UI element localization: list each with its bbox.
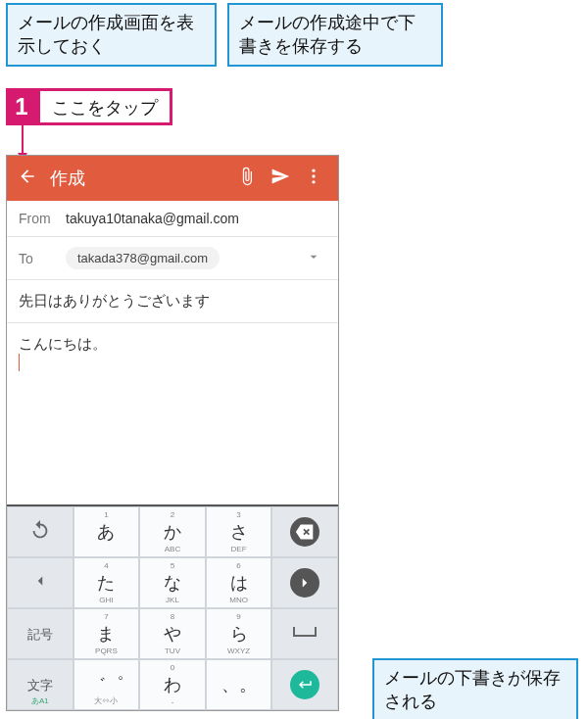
callout-top-right: メールの作成途中で下書きを保存する (227, 3, 443, 67)
svg-point-0 (312, 168, 315, 171)
key-main-label: た (97, 574, 115, 592)
key-sub-label: ABC (165, 545, 180, 553)
key-あ[interactable]: 1あ (74, 506, 140, 557)
key-bksp[interactable] (271, 506, 338, 557)
key-main-label: さ (230, 523, 248, 541)
callout-top-left: メールの作成画面を表示しておく (6, 3, 217, 67)
more-vert-icon (304, 167, 323, 186)
key-た[interactable]: 4たGHI (74, 557, 140, 608)
key-top-label: 0 (171, 663, 174, 672)
key-main-label: ま (97, 625, 115, 643)
phone-frame: 作成 From takuya10tanaka@gmail.com To taka… (6, 155, 339, 711)
key-sub-label: あA1 (31, 695, 49, 706)
key-sub-label: DEF (231, 545, 247, 553)
callout-bottom-right: メールの下書きが保存される (372, 658, 578, 719)
key-enter[interactable] (271, 659, 338, 710)
step-label: ここをタップ (37, 88, 172, 125)
key-main-label: 記号 (27, 628, 53, 641)
key-top-label: 4 (104, 561, 108, 570)
subject-field[interactable]: 先日はありがとうございます (7, 280, 338, 323)
key-space[interactable] (271, 608, 338, 659)
key-main-label: な (164, 574, 181, 592)
expand-recipients-button[interactable] (301, 249, 326, 267)
bksp-icon (290, 517, 319, 547)
key-、。[interactable]: 、。 (206, 659, 272, 710)
key-や[interactable]: 8やTUV (139, 608, 206, 659)
key-sub-label: WXYZ (227, 647, 250, 655)
key-top-label: 3 (236, 510, 240, 519)
to-row[interactable]: To takada378@gmail.com (7, 237, 338, 280)
key-sub-label: GHI (99, 596, 113, 604)
key-sub-label: TUV (165, 647, 180, 655)
arrow-left-icon (18, 167, 37, 186)
to-value: takada378@gmail.com (66, 247, 301, 269)
key-記号[interactable]: 記号 (7, 608, 74, 659)
key-top-label: 2 (171, 510, 174, 519)
key-さ[interactable]: 3さDEF (206, 506, 272, 557)
soft-keyboard: 1あ2かABC3さDEF4たGHI5なJKL6はMNO記号7まPQRS8やTUV… (7, 504, 338, 710)
right-icon (290, 568, 319, 598)
key-sub-label: MNO (229, 596, 248, 604)
key-ま[interactable]: 7まPQRS (74, 608, 140, 659)
key-top-label: 5 (171, 561, 174, 570)
key-sub-label: 大⇔小 (94, 695, 118, 706)
key-right[interactable] (271, 557, 338, 608)
from-value: takuya10tanaka@gmail.com (66, 211, 326, 226)
from-label: From (19, 211, 66, 226)
key-main-label: ら (230, 625, 248, 643)
send-button[interactable] (264, 167, 297, 191)
key-top-label: 9 (236, 612, 240, 621)
key-main-label: や (164, 625, 181, 643)
key-main-label: ゛゜ (88, 676, 123, 694)
key-sub-label: - (172, 697, 174, 706)
key-top-label: 7 (104, 612, 108, 621)
key-main-label: は (230, 574, 248, 592)
keyboard-row: 4たGHI5なJKL6はMNO (7, 557, 338, 608)
key-undo[interactable] (7, 506, 74, 557)
back-button[interactable] (15, 167, 40, 191)
recipient-chip[interactable]: takada378@gmail.com (66, 247, 220, 269)
keyboard-row: 記号7まPQRS8やTUV9らWXYZ (7, 608, 338, 659)
leader-line (22, 125, 24, 159)
paperclip-icon (237, 167, 257, 186)
text-cursor (19, 354, 20, 371)
key-sub-label: JKL (166, 596, 179, 604)
key-わ[interactable]: 0わ- (139, 659, 206, 710)
key-文字[interactable]: 文字あA1 (7, 659, 74, 710)
svg-point-2 (312, 180, 315, 183)
from-row[interactable]: From takuya10tanaka@gmail.com (7, 201, 338, 237)
key-は[interactable]: 6はMNO (206, 557, 272, 608)
overflow-menu-button[interactable] (297, 167, 330, 191)
key-な[interactable]: 5なJKL (139, 557, 206, 608)
key-top-label: 1 (104, 510, 108, 519)
key-sub-label: PQRS (95, 647, 118, 655)
key-top-label: 8 (171, 612, 174, 621)
key-top-label: 6 (236, 561, 240, 570)
undo-icon (29, 519, 51, 545)
send-icon (270, 167, 290, 186)
enter-icon (290, 670, 319, 699)
step-number-badge: 1 (6, 88, 37, 125)
chevron-down-icon (306, 249, 321, 264)
appbar-title: 作成 (40, 167, 230, 190)
key-main-label: 文字 (27, 679, 53, 692)
attach-button[interactable] (230, 167, 264, 191)
svg-point-1 (312, 174, 315, 177)
body-text: こんにちは。 (19, 335, 107, 352)
key-left[interactable] (7, 557, 74, 608)
to-label: To (19, 251, 66, 266)
key-main-label: 、。 (221, 676, 257, 694)
left-icon (31, 572, 49, 594)
compose-appbar: 作成 (7, 156, 338, 201)
key-゛゜[interactable]: ゛゜大⇔小 (74, 659, 140, 710)
key-か[interactable]: 2かABC (139, 506, 206, 557)
key-ら[interactable]: 9らWXYZ (206, 608, 272, 659)
key-main-label: か (164, 523, 181, 541)
key-main-label: あ (97, 523, 115, 541)
space-icon (293, 625, 317, 643)
body-field[interactable]: こんにちは。 (7, 323, 338, 504)
keyboard-row: 1あ2かABC3さDEF (7, 506, 338, 557)
keyboard-row: 文字あA1゛゜大⇔小0わ-、。 (7, 659, 338, 710)
key-main-label: わ (164, 676, 181, 694)
